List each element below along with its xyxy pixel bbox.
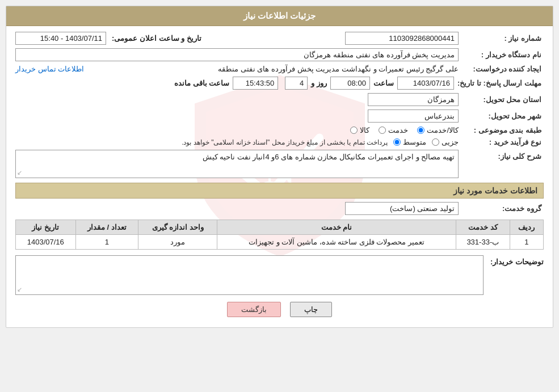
sharh-label: شرح کلی نیاز: [464,150,544,161]
back-button[interactable]: بازگشت [227,302,281,317]
nofarayand-jozii-label: جزیی [442,138,459,146]
tabaqe-kala-khadamat-item[interactable]: کالا/خدمت [417,126,459,134]
col-count: تعداد / مقدار [75,220,138,235]
cell-count: 1 [75,235,138,250]
mohlat-days-label: روز و [311,79,327,87]
ijadkonnde-value: علی گرگیج رئیس تعمیرات و نگهداشت مدیریت … [90,65,459,73]
col-date: تاریخ نیاز [16,220,76,235]
col-name: نام خدمت [217,220,456,235]
grohe-label: گروه خدمت: [464,204,544,213]
mohlat-remaining: 15:43:50 [233,77,278,90]
tabaqe-kala-khadamat-label: کالا/خدمت [427,126,459,134]
service-table: ردیف کد خدمت نام خدمت واحد اندازه گیری ت… [15,220,544,250]
print-button[interactable]: چاپ [290,302,332,317]
tabaqe-kala-label: کالا [360,126,369,134]
tarikhe-label: تاریخ و ساعت اعلان عمومی: [112,34,201,43]
sharh-value: تهیه مصالح و اجرای تعمیرات مکانیکال مخاز… [203,153,455,161]
action-buttons: چاپ بازگشت [15,302,544,317]
mohlat-time: 08:00 [330,77,370,90]
ostan-label: استان محل تحویل: [464,95,544,104]
tabaqe-khadamat-label: خدمت [388,126,408,134]
tabaqe-label: طبقه بندی موضوعی : [464,126,544,134]
ostan-value: هرمزگان [368,93,459,106]
col-code: کد خدمت [456,220,510,235]
mohlat-remaining-label: ساعت باقی مانده [174,79,229,87]
nofarayand-jozii-item[interactable]: جزیی [432,138,459,146]
contact-info-link[interactable]: اطلاعات تماس خریدار [15,65,84,73]
page-title: جزئیات اطلاعات نیاز [6,6,553,26]
tabaqe-kala-radio[interactable] [350,127,358,134]
mohlat-time-label: ساعت [373,79,394,87]
tabaqe-kala-khadamat-radio[interactable] [417,127,424,134]
nofarayand-note: پرداخت تمام یا بخشی از مبلغ خریداز محل "… [182,138,388,146]
nofarayand-mottaset-label: متوسط [403,138,426,146]
shomareNiaz-value: 1103092868000441 [345,32,459,45]
mohlat-label: مهلت ارسال پاسخ: تا تاریخ: [457,79,544,87]
tarikhe-value: 1403/07/11 - 15:40 [15,32,106,45]
cell-code: ب-33-331 [456,235,510,250]
ijadkonnde-label: ایجاد کننده درخواست: [464,65,544,73]
shahr-label: شهر محل تحویل: [464,112,544,120]
cell-unit: مورد [138,235,217,250]
resize-icon: ↙ [17,169,22,176]
mohlat-date: 1403/07/16 [397,77,454,90]
tabaqe-khadamat-radio[interactable] [379,127,386,134]
namedastgah-value: مدیریت پخش فرآورده های نفتی منطقه هرمزگا… [15,48,459,61]
mohlat-days: 4 [285,77,308,90]
grohe-value: تولید صنعتی (ساخت) [345,202,459,215]
buyer-notes-label: توضیحات خریدار: [487,255,544,266]
nofarayand-mottaset-item[interactable]: متوسط [393,138,426,146]
nofarayand-label: نوع فرآیند خرید : [464,138,544,146]
shahr-value: بندرعباس [368,109,459,123]
namedastgah-label: نام دستگاه خریدار : [464,50,544,59]
tabaqe-radio-group: کالا خدمت کالا/خدمت [350,126,459,134]
nofarayand-mottaset-radio[interactable] [393,138,401,146]
tabaqe-khadamat-item[interactable]: خدمت [379,126,408,134]
notes-resize-icon: ↙ [17,286,22,293]
table-row: 1ب-33-331تعمیر محصولات فلزی ساخته شده، م… [16,235,544,250]
shomareNiaz-label: شماره نیاز : [464,34,544,43]
col-radif: ردیف [510,220,543,235]
cell-radif: 1 [510,235,543,250]
tabaqe-kala-item[interactable]: کالا [350,126,369,134]
khadamat-section-title: اطلاعات خدمات مورد نیاز [15,183,544,199]
cell-date: 1403/07/16 [16,235,76,250]
cell-name: تعمیر محصولات فلزی ساخته شده، ماشین آلات… [217,235,456,250]
nofarayand-jozii-radio[interactable] [432,138,439,146]
col-unit: واحد اندازه گیری [138,220,217,235]
